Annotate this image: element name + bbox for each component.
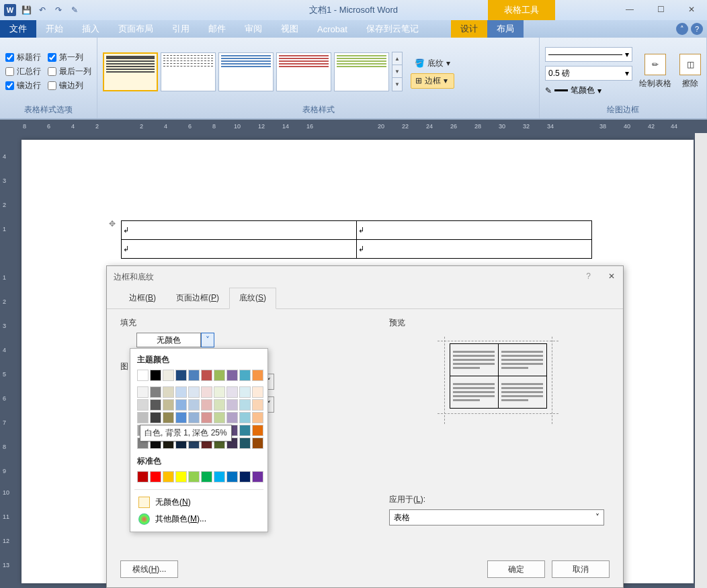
cb-last-col[interactable]: 最后一列 (48, 66, 91, 77)
shading-button[interactable]: 🪣 底纹 ▾ (411, 56, 454, 71)
line-style-combo[interactable]: ▾ (545, 47, 632, 62)
color-swatch[interactable] (239, 370, 251, 381)
fill-combo[interactable]: 无颜色 ˅ (136, 333, 376, 347)
cb-banded-col[interactable]: 镶边列 (48, 80, 91, 91)
color-swatch[interactable] (150, 386, 161, 398)
color-swatch[interactable] (150, 471, 161, 482)
dialog-help-icon[interactable]: ? (586, 271, 591, 281)
gallery-scroll[interactable]: ▲ ▼ ▼ (392, 52, 403, 91)
tab-page-layout[interactable]: 页面布局 (109, 20, 163, 38)
tab-design[interactable]: 设计 (451, 20, 487, 38)
close-button[interactable]: ✕ (676, 0, 707, 19)
color-swatch[interactable] (252, 399, 263, 411)
color-swatch[interactable] (163, 386, 174, 398)
more-colors-item[interactable]: 其他颜色(M)... (134, 511, 263, 528)
gallery-up-icon[interactable]: ▲ (392, 52, 402, 65)
dialog-close-icon[interactable]: ✕ (608, 271, 615, 281)
color-swatch[interactable] (226, 370, 238, 381)
color-swatch[interactable] (137, 412, 149, 423)
color-swatch[interactable] (175, 471, 187, 482)
table-style-thumb[interactable] (161, 52, 216, 91)
color-swatch[interactable] (188, 370, 200, 381)
color-swatch[interactable] (150, 412, 161, 423)
color-swatch[interactable] (201, 386, 212, 398)
maximize-button[interactable]: ☐ (645, 0, 676, 19)
color-swatch[interactable] (163, 412, 174, 423)
color-swatch[interactable] (252, 437, 263, 449)
tab-view[interactable]: 视图 (272, 20, 308, 38)
ruler-vertical[interactable]: 4321 1234 5678 9101112 13 (0, 133, 15, 588)
color-swatch[interactable] (163, 370, 174, 381)
table-style-thumb[interactable] (276, 52, 331, 91)
cancel-button[interactable]: 取消 (552, 560, 610, 578)
color-swatch[interactable] (137, 370, 149, 381)
save-icon[interactable]: 💾 (19, 3, 34, 17)
color-swatch[interactable] (163, 471, 174, 482)
table-style-thumb[interactable] (334, 52, 389, 91)
color-swatch[interactable] (137, 386, 149, 398)
tab-cloud[interactable]: 保存到云笔记 (357, 20, 428, 38)
dialog-titlebar[interactable]: 边框和底纹 ? ✕ (107, 266, 623, 288)
color-swatch[interactable] (201, 399, 212, 411)
color-swatch[interactable] (201, 412, 212, 423)
color-swatch[interactable] (252, 412, 263, 423)
ok-button[interactable]: 确定 (487, 560, 545, 578)
color-swatch[interactable] (201, 471, 212, 482)
color-swatch[interactable] (239, 386, 251, 398)
minimize-button[interactable]: — (614, 0, 645, 19)
scrollbar-vertical[interactable] (695, 133, 707, 588)
ruler-horizontal[interactable]: 8642 2468 10121416 20222426 28303234 384… (15, 120, 707, 133)
color-swatch[interactable] (188, 399, 200, 411)
color-swatch[interactable] (226, 471, 238, 482)
color-swatch[interactable] (150, 370, 161, 381)
color-swatch[interactable] (188, 471, 200, 482)
color-swatch[interactable] (175, 399, 187, 411)
color-swatch[interactable] (252, 370, 263, 381)
color-swatch[interactable] (239, 425, 251, 436)
color-swatch[interactable] (137, 471, 149, 482)
color-swatch[interactable] (239, 412, 251, 423)
tab-insert[interactable]: 插入 (73, 20, 109, 38)
tab-mail[interactable]: 邮件 (199, 20, 235, 38)
tab-references[interactable]: 引用 (163, 20, 199, 38)
draw-table-button[interactable]: ✏ 绘制表格 (639, 54, 671, 89)
tab-review[interactable]: 审阅 (235, 20, 272, 38)
help-icon[interactable]: ? (691, 23, 703, 35)
color-swatch[interactable] (252, 471, 263, 482)
chevron-down-icon[interactable]: ˅ (201, 333, 214, 347)
word-logo[interactable]: W (3, 3, 17, 17)
color-swatch[interactable] (226, 386, 238, 398)
color-swatch[interactable] (175, 370, 187, 381)
horizontal-line-button[interactable]: 横线(H)... (120, 560, 178, 578)
pen-color-button[interactable]: ✎ 笔颜色 ▾ (545, 85, 632, 96)
table-style-thumb[interactable] (218, 52, 274, 91)
cb-header-row[interactable]: 标题行 (5, 52, 41, 63)
tab-file[interactable]: 文件 (0, 20, 36, 38)
dlg-tab-page-border[interactable]: 页面边框(P) (166, 288, 229, 308)
color-swatch[interactable] (226, 412, 238, 423)
undo-icon[interactable]: ↶ (35, 3, 50, 17)
dlg-tab-borders[interactable]: 边框(B) (119, 288, 166, 308)
cb-banded-row[interactable]: 镶边行 (5, 80, 41, 91)
gallery-more-icon[interactable]: ▼ (392, 78, 402, 91)
apply-combo[interactable]: 表格˅ (389, 509, 604, 526)
gallery-down-icon[interactable]: ▼ (392, 65, 402, 78)
color-swatch[interactable] (214, 370, 225, 381)
color-swatch[interactable] (239, 471, 251, 482)
color-swatch[interactable] (214, 471, 225, 482)
cb-first-col[interactable]: 第一列 (48, 52, 91, 63)
color-swatch[interactable] (201, 370, 212, 381)
document-table[interactable]: ↲↲ ↲↲ (121, 220, 592, 259)
color-swatch[interactable] (214, 412, 225, 423)
color-swatch[interactable] (252, 386, 263, 398)
tab-home[interactable]: 开始 (36, 20, 73, 38)
color-swatch[interactable] (137, 399, 149, 411)
color-swatch[interactable] (188, 412, 200, 423)
color-swatch[interactable] (239, 399, 251, 411)
minimize-ribbon-icon[interactable]: ˄ (676, 23, 688, 35)
cb-total-row[interactable]: 汇总行 (5, 66, 41, 77)
color-swatch[interactable] (214, 386, 225, 398)
dlg-tab-shading[interactable]: 底纹(S) (229, 288, 276, 309)
color-swatch[interactable] (226, 399, 238, 411)
color-swatch[interactable] (214, 399, 225, 411)
